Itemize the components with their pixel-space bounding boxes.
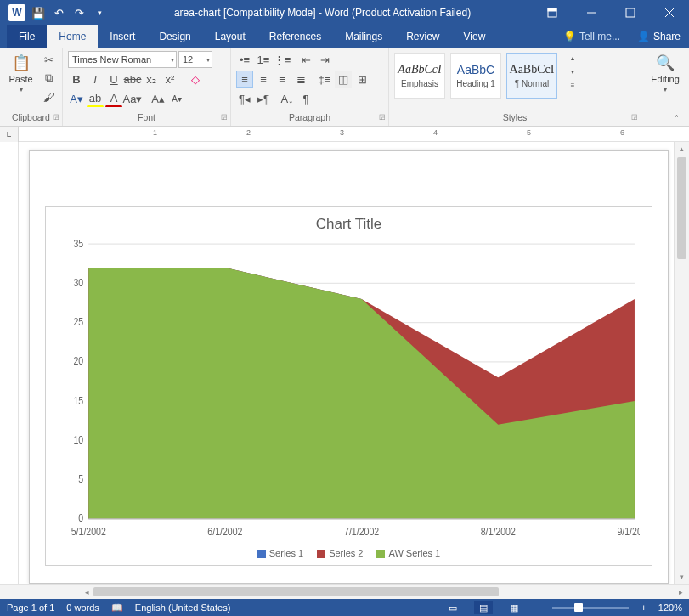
undo-icon[interactable]: ↶ <box>51 5 66 20</box>
zoom-level[interactable]: 120% <box>658 602 682 613</box>
qat-dropdown-icon[interactable]: ▾ <box>92 5 107 20</box>
word-count[interactable]: 0 words <box>66 602 99 613</box>
line-spacing-icon[interactable]: ‡≡ <box>316 71 333 88</box>
numbering-icon[interactable]: 1≡ <box>255 51 272 68</box>
bullets-icon[interactable]: •≡ <box>236 51 253 68</box>
sort-icon[interactable]: A↓ <box>279 90 296 107</box>
tab-home[interactable]: Home <box>47 25 98 48</box>
tab-file[interactable]: File <box>7 25 47 48</box>
italic-button[interactable]: I <box>87 71 104 88</box>
document-viewport[interactable]: Chart Title 051015202530355/1/20026/1/20… <box>19 142 674 584</box>
spellcheck-icon[interactable]: 📖 <box>111 602 123 613</box>
ruler-horizontal[interactable]: L 1 2 3 4 5 6 <box>0 127 689 142</box>
paste-button[interactable]: 📋 Paste ▾ <box>5 51 37 93</box>
shrink-font-icon[interactable]: A▾ <box>168 90 185 107</box>
superscript-button[interactable]: x² <box>161 71 178 88</box>
scroll-up-icon[interactable]: ▴ <box>675 142 689 155</box>
change-case-icon[interactable]: Aa▾ <box>124 90 141 107</box>
zoom-out-icon[interactable]: − <box>535 602 540 613</box>
copy-icon[interactable]: ⧉ <box>40 70 57 87</box>
grow-font-icon[interactable]: A▴ <box>150 90 167 107</box>
dialog-launcher-icon[interactable]: ◲ <box>379 113 386 121</box>
dialog-launcher-icon[interactable]: ◲ <box>221 113 228 121</box>
maximize-button[interactable] <box>611 0 650 25</box>
tab-insert[interactable]: Insert <box>98 25 147 48</box>
ltr-icon[interactable]: ¶◂ <box>236 90 253 107</box>
svg-text:35: 35 <box>73 238 83 249</box>
show-marks-icon[interactable]: ¶ <box>297 90 314 107</box>
tab-mailings[interactable]: Mailings <box>333 25 394 48</box>
tab-selector-icon[interactable]: L <box>0 127 19 142</box>
rtl-icon[interactable]: ▸¶ <box>255 90 272 107</box>
highlight-icon[interactable]: ab <box>87 90 104 107</box>
editing-button[interactable]: 🔍 Editing ▾ <box>648 51 682 93</box>
tell-me-search[interactable]: 💡 Tell me... <box>555 25 629 48</box>
zoom-in-icon[interactable]: + <box>641 602 646 613</box>
web-layout-icon[interactable]: ▦ <box>505 601 523 614</box>
tab-design[interactable]: Design <box>147 25 202 48</box>
style-heading1[interactable]: AaBbC Heading 1 <box>450 53 501 99</box>
dialog-launcher-icon[interactable]: ◲ <box>631 113 638 121</box>
align-right-icon[interactable]: ≡ <box>274 71 291 88</box>
style-preview: AaBbC <box>457 63 494 76</box>
close-button[interactable] <box>650 0 689 25</box>
tab-view[interactable]: View <box>452 25 498 48</box>
cut-icon[interactable]: ✂ <box>40 51 57 68</box>
scrollbar-thumb[interactable] <box>677 157 686 259</box>
tell-me-label: Tell me... <box>579 31 620 42</box>
tab-review[interactable]: Review <box>394 25 451 48</box>
page-indicator[interactable]: Page 1 of 1 <box>7 602 54 613</box>
save-icon[interactable]: 💾 <box>31 5 46 20</box>
chart-object[interactable]: Chart Title 051015202530355/1/20026/1/20… <box>45 206 652 566</box>
align-left-icon[interactable]: ≡ <box>236 71 253 88</box>
tab-layout[interactable]: Layout <box>203 25 257 48</box>
ribbon-display-options-icon[interactable] <box>533 0 572 25</box>
scrollbar-thumb[interactable] <box>93 587 499 596</box>
ruler-vertical[interactable] <box>0 142 19 584</box>
styles-expand-icon[interactable]: ≡ <box>564 78 581 92</box>
svg-rect-1 <box>548 8 556 11</box>
vertical-scrollbar[interactable]: ▴ ▾ <box>674 142 689 584</box>
svg-rect-3 <box>626 8 635 17</box>
group-label: Paragraph <box>289 112 330 122</box>
multilevel-icon[interactable]: ⋮≡ <box>274 51 291 68</box>
text-effects-icon[interactable]: A▾ <box>68 90 85 107</box>
clear-formatting-icon[interactable]: ◇ <box>187 71 204 88</box>
subscript-button[interactable]: x₂ <box>143 71 160 88</box>
scroll-right-icon[interactable]: ▸ <box>674 585 687 599</box>
collapse-ribbon-icon[interactable]: ˄ <box>669 112 684 124</box>
borders-icon[interactable]: ⊞ <box>353 71 370 88</box>
font-family-combo[interactable]: Times New Roman▾ <box>68 51 177 68</box>
strikethrough-button[interactable]: abc <box>124 71 141 88</box>
share-button[interactable]: 👤 Share <box>629 25 689 48</box>
shading-icon[interactable]: ◫ <box>335 71 352 88</box>
bold-button[interactable]: B <box>68 71 85 88</box>
styles-scroll-up-icon[interactable]: ▴ <box>564 51 581 65</box>
decrease-indent-icon[interactable]: ⇤ <box>297 51 314 68</box>
read-mode-icon[interactable]: ▭ <box>443 601 462 614</box>
scroll-left-icon[interactable]: ◂ <box>80 585 93 599</box>
horizontal-scrollbar[interactable]: ◂ ▸ <box>0 584 689 599</box>
justify-icon[interactable]: ≣ <box>292 71 309 88</box>
dialog-launcher-icon[interactable]: ◲ <box>53 113 59 121</box>
align-center-icon[interactable]: ≡ <box>255 71 272 88</box>
zoom-slider[interactable] <box>552 607 629 609</box>
scroll-down-icon[interactable]: ▾ <box>675 570 689 584</box>
underline-button[interactable]: U <box>105 71 122 88</box>
group-label: Clipboard <box>12 112 50 122</box>
tab-references[interactable]: References <box>257 25 333 48</box>
paste-icon: 📋 <box>11 53 31 73</box>
language-indicator[interactable]: English (United States) <box>135 602 231 613</box>
minimize-button[interactable] <box>572 0 611 25</box>
style-normal[interactable]: AaBbCcI ¶ Normal <box>506 53 557 99</box>
font-size-combo[interactable]: 12▾ <box>178 51 212 68</box>
increase-indent-icon[interactable]: ⇥ <box>316 51 333 68</box>
group-label: Styles <box>503 112 528 122</box>
style-emphasis[interactable]: AaBbCcI Emphasis <box>394 53 445 99</box>
font-color-icon[interactable]: A <box>105 90 122 107</box>
print-layout-icon[interactable]: ▤ <box>474 601 493 614</box>
styles-scroll-down-icon[interactable]: ▾ <box>564 65 581 78</box>
format-painter-icon[interactable]: 🖌 <box>40 88 57 105</box>
zoom-slider-thumb[interactable] <box>574 603 583 612</box>
redo-icon[interactable]: ↷ <box>71 5 87 20</box>
